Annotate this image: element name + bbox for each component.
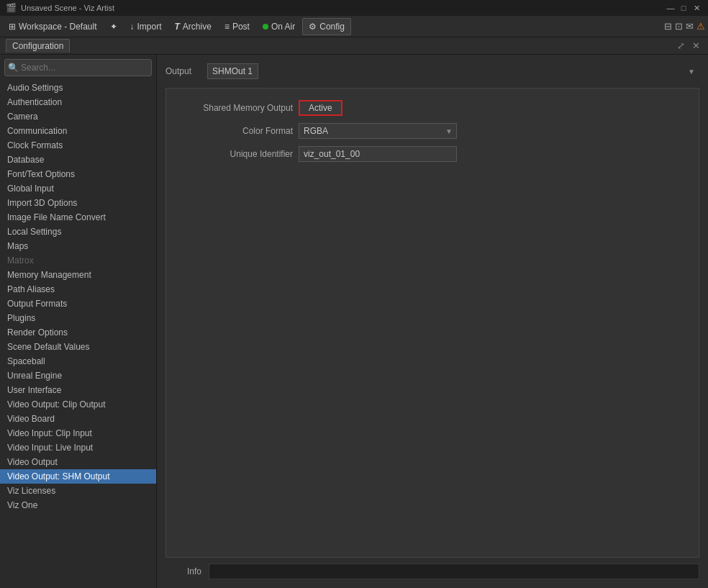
workspace-label: Workspace - Default (19, 22, 97, 32)
sidebar-item-video-output-clip[interactable]: Video Output: Clip Output (0, 397, 156, 412)
output-select[interactable]: SHMOut 1 SHMOut 2 (207, 63, 258, 79)
sidebar-item-import-3d-options[interactable]: Import 3D Options (0, 196, 156, 210)
title-bar-left: 🎬 Unsaved Scene - Viz Artist (6, 3, 114, 13)
config-panel: Shared Memory Output Active Color Format… (165, 88, 699, 558)
tray-icon-3[interactable]: ✉ (686, 21, 694, 32)
search-icon: 🔍 (8, 63, 19, 73)
search-box: 🔍 (4, 59, 152, 76)
main-layout: 🔍 Audio Settings Authentication Camera C… (0, 55, 708, 588)
sidebar-item-global-input[interactable]: Global Input (0, 181, 156, 196)
unique-identifier-value: viz_out_01_00 (299, 146, 457, 162)
menu-item-archive[interactable]: T Archive (169, 18, 217, 35)
app-title: Unsaved Scene - Viz Artist (21, 4, 114, 12)
title-bar-controls: — □ ✕ (665, 2, 702, 14)
archive-label: Archive (183, 22, 212, 32)
output-select-wrap: SHMOut 1 SHMOut 2 ▼ (207, 63, 699, 79)
sidebar-item-user-interface[interactable]: User Interface (0, 383, 156, 397)
sidebar-item-memory-management[interactable]: Memory Management (0, 268, 156, 282)
onair-dot (263, 24, 268, 30)
archive-icon: T (175, 22, 180, 32)
sidebar-item-communication[interactable]: Communication (0, 124, 156, 138)
app-icon: 🎬 (6, 3, 17, 13)
config-icon: ⚙ (309, 22, 317, 32)
menu-item-import[interactable]: ↓ Import (124, 18, 168, 35)
output-row: Output SHMOut 1 SHMOut 2 ▼ (165, 63, 699, 79)
close-panel-button[interactable]: ✕ (690, 40, 702, 51)
tray-icon-2[interactable]: ⊡ (675, 21, 683, 32)
sidebar-item-database[interactable]: Database (0, 153, 156, 167)
tray-icon-1[interactable]: ⊟ (664, 21, 672, 32)
sidebar-item-local-settings[interactable]: Local Settings (0, 225, 156, 239)
color-format-row: Color Format RGBA BGRA RGB BGR ▼ (178, 123, 687, 139)
sidebar-item-authentication[interactable]: Authentication (0, 95, 156, 109)
post-label: Post (232, 22, 250, 32)
info-bar: Info (165, 558, 699, 579)
sidebar-item-viz-one[interactable]: Viz One (0, 498, 156, 512)
sidebar-item-image-file-name-convert[interactable]: Image File Name Convert (0, 210, 156, 225)
sidebar-item-video-output-shm[interactable]: Video Output: SHM Output (0, 469, 156, 484)
menu-item-config[interactable]: ⚙ Config (302, 18, 351, 35)
maximize-button[interactable]: □ (678, 2, 689, 14)
search-input[interactable] (4, 59, 152, 76)
menu-item-post[interactable]: ≡ Post (219, 18, 255, 35)
menu-item-onair[interactable]: On Air (257, 18, 301, 35)
sidebar-item-output-formats[interactable]: Output Formats (0, 297, 156, 311)
sidebar-item-render-options[interactable]: Render Options (0, 325, 156, 340)
sidebar-item-unreal-engine[interactable]: Unreal Engine (0, 368, 156, 383)
workspace-icon: ⊞ (9, 22, 16, 32)
info-field (209, 564, 699, 579)
unique-identifier-row: Unique Identifier viz_out_01_00 (178, 146, 687, 162)
sidebar-list: Audio Settings Authentication Camera Com… (0, 81, 156, 588)
output-chevron-icon: ▼ (688, 68, 695, 76)
sidebar-item-camera[interactable]: Camera (0, 109, 156, 124)
sidebar-item-video-board[interactable]: Video Board (0, 412, 156, 426)
active-button[interactable]: Active (299, 100, 342, 116)
close-button[interactable]: ✕ (691, 2, 702, 14)
sidebar-item-audio-settings[interactable]: Audio Settings (0, 81, 156, 95)
unique-identifier-label: Unique Identifier (178, 149, 293, 159)
shared-memory-output-row: Shared Memory Output Active (178, 100, 687, 116)
expand-button[interactable]: ⤢ (675, 40, 687, 51)
tray-icon-warning[interactable]: ⚠ (696, 21, 705, 32)
sub-header: Configuration ⤢ ✕ (0, 37, 708, 55)
import-label: Import (137, 22, 162, 32)
title-bar: 🎬 Unsaved Scene - Viz Artist — □ ✕ (0, 0, 708, 16)
sidebar-item-font-text-options[interactable]: Font/Text Options (0, 167, 156, 181)
sidebar-item-scene-default-values[interactable]: Scene Default Values (0, 340, 156, 354)
config-label: Config (319, 22, 345, 32)
sidebar: 🔍 Audio Settings Authentication Camera C… (0, 55, 157, 588)
sidebar-item-video-output[interactable]: Video Output (0, 455, 156, 469)
sidebar-item-maps[interactable]: Maps (0, 239, 156, 253)
menu-item-extensions[interactable]: ✦ (104, 18, 123, 35)
sidebar-item-viz-licenses[interactable]: Viz Licenses (0, 484, 156, 498)
sidebar-item-matrox: Matrox (0, 253, 156, 268)
menu-bar: ⊞ Workspace - Default ✦ ↓ Import T Archi… (0, 16, 708, 37)
output-label: Output (165, 66, 201, 76)
sidebar-item-video-input-live[interactable]: Video Input: Live Input (0, 440, 156, 455)
tray-area: ⊟ ⊡ ✉ ⚠ (664, 21, 705, 32)
sidebar-item-spaceball[interactable]: Spaceball (0, 354, 156, 368)
sidebar-item-clock-formats[interactable]: Clock Formats (0, 138, 156, 153)
sidebar-item-plugins[interactable]: Plugins (0, 311, 156, 325)
menu-item-workspace[interactable]: ⊞ Workspace - Default (3, 18, 103, 35)
sidebar-item-path-aliases[interactable]: Path Aliases (0, 282, 156, 297)
sidebar-item-video-input-clip[interactable]: Video Input: Clip Input (0, 426, 156, 440)
color-format-select-wrap: RGBA BGRA RGB BGR ▼ (299, 123, 457, 139)
minimize-button[interactable]: — (665, 2, 676, 14)
post-icon: ≡ (224, 22, 230, 32)
color-format-select[interactable]: RGBA BGRA RGB BGR (299, 123, 457, 139)
color-format-label: Color Format (178, 126, 293, 136)
shared-memory-output-label: Shared Memory Output (178, 103, 293, 113)
extensions-icon: ✦ (110, 22, 117, 32)
configuration-tab[interactable]: Configuration (6, 39, 70, 53)
import-icon: ↓ (130, 22, 135, 32)
onair-label: On Air (271, 22, 295, 32)
sub-header-actions: ⤢ ✕ (675, 40, 702, 51)
content-area: Output SHMOut 1 SHMOut 2 ▼ Shared Memory… (157, 55, 708, 588)
info-label: Info (165, 566, 201, 576)
